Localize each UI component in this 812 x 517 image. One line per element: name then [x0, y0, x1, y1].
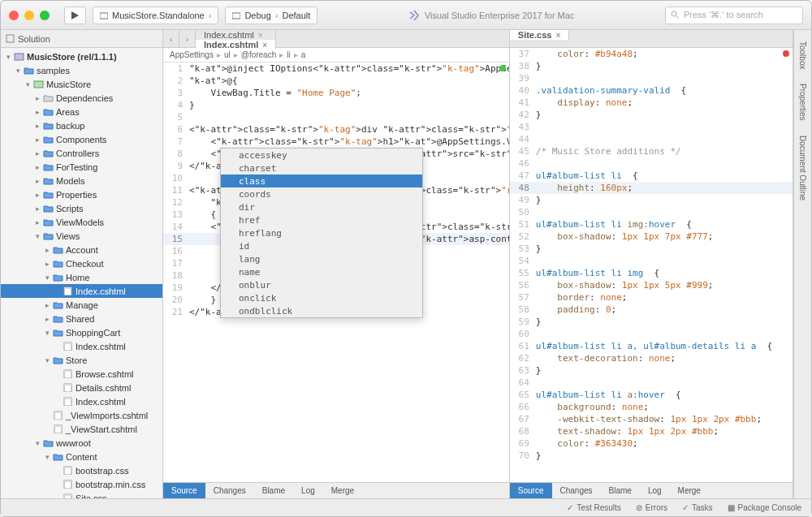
folder-icon: [52, 314, 63, 324]
tree-item[interactable]: ▸Controllers: [1, 146, 162, 160]
autocomplete-item[interactable]: id: [221, 239, 422, 252]
tree-item[interactable]: ▸Models: [1, 174, 162, 187]
editor-mode-tab[interactable]: Blame: [601, 483, 640, 498]
folder-a-icon: [42, 93, 54, 103]
file-icon: [52, 424, 63, 434]
side-panel-tab[interactable]: Toolbox: [797, 35, 809, 75]
tree-item[interactable]: ▸Shared: [1, 312, 162, 325]
solution-tree[interactable]: ▾ MusicStore (rel/1.1.1) ▾samples▾MusicS…: [1, 48, 162, 498]
side-panel-tab[interactable]: Properties: [797, 77, 809, 127]
tree-item[interactable]: Index.cshtml: [1, 339, 162, 353]
tree-item[interactable]: Index.cshtml: [1, 284, 162, 298]
autocomplete-item[interactable]: onclick: [221, 291, 422, 304]
tree-item[interactable]: ▾Views: [1, 229, 162, 243]
tasks-button[interactable]: ✓ Tasks: [682, 503, 713, 512]
autocomplete-item[interactable]: onblur: [221, 278, 422, 291]
tree-item[interactable]: ▾Content: [1, 450, 162, 463]
autocomplete-item[interactable]: coords: [221, 187, 422, 200]
svg-point-3: [672, 11, 676, 16]
zoom-window-icon[interactable]: [40, 11, 50, 20]
tree-item[interactable]: Index.cshtml: [1, 394, 162, 408]
tree-item[interactable]: ▸backup: [1, 118, 162, 132]
editor-mode-tab[interactable]: Merge: [670, 483, 709, 498]
editor-mode-tab[interactable]: Merge: [323, 483, 362, 498]
tree-item[interactable]: ▾Store: [1, 353, 162, 367]
autocomplete-item[interactable]: name: [221, 265, 422, 278]
code-editor-left[interactable]: 1"k-at">@inject IOptions<"k-attr">class=…: [163, 62, 509, 482]
editor-tab[interactable]: Site.css×: [510, 30, 569, 40]
package-console-button[interactable]: ▦ Package Console: [728, 503, 801, 512]
editor-mode-tab[interactable]: Changes: [552, 483, 601, 498]
tree-item[interactable]: ▸Checkout: [1, 256, 162, 270]
svg-rect-7: [34, 81, 43, 88]
config-selector[interactable]: Debug › Default: [225, 6, 317, 24]
breadcrumb-segment[interactable]: li: [287, 50, 290, 59]
editor-mode-tab[interactable]: Log: [640, 483, 670, 498]
tree-item[interactable]: ▸Dependencies: [1, 91, 162, 105]
folder-icon: [52, 328, 63, 338]
editor-mode-tab[interactable]: Log: [293, 483, 323, 498]
breadcrumb-segment[interactable]: AppSettings: [170, 50, 214, 59]
breadcrumb-segment[interactable]: @foreach: [241, 50, 277, 59]
tree-item[interactable]: ▸Areas: [1, 105, 162, 118]
autocomplete-item[interactable]: ondblclick: [221, 304, 422, 317]
editor-mode-tab[interactable]: Source: [510, 483, 552, 498]
tree-item[interactable]: bootstrap.css: [1, 463, 162, 477]
folder-icon: [52, 452, 63, 462]
global-search-input[interactable]: Press '⌘.' to search: [665, 6, 803, 24]
breadcrumb-segment[interactable]: a: [301, 50, 306, 59]
file-icon: [62, 383, 73, 393]
autocomplete-item[interactable]: dir: [221, 200, 422, 213]
autocomplete-popup[interactable]: accesskeycharsetclasscoordsdirhrefhrefla…: [220, 148, 423, 318]
autocomplete-item[interactable]: class: [221, 174, 422, 187]
side-panel-tab[interactable]: Document Outline: [797, 129, 809, 207]
tree-item[interactable]: bootstrap.min.css: [1, 477, 162, 491]
run-button[interactable]: [64, 6, 86, 24]
solution-pane-header[interactable]: Solution: [1, 30, 162, 48]
tree-item[interactable]: ▸Properties: [1, 187, 162, 201]
tree-item-label: Dependencies: [56, 93, 113, 103]
tree-item[interactable]: ▾samples: [1, 63, 162, 77]
tree-item[interactable]: ▸Components: [1, 132, 162, 146]
tree-item[interactable]: _ViewStart.cshtml: [1, 422, 162, 436]
close-tab-icon[interactable]: ×: [555, 31, 560, 40]
editor-mode-tab[interactable]: Blame: [254, 483, 293, 498]
nav-fwd-button[interactable]: ›: [179, 30, 196, 47]
errors-button[interactable]: ⊘ Errors: [636, 503, 667, 512]
solution-icon: [6, 34, 15, 43]
editor-mode-tab[interactable]: Changes: [205, 483, 254, 498]
editor-mode-tab[interactable]: Source: [163, 483, 205, 498]
tree-item[interactable]: Site.css: [1, 491, 162, 498]
autocomplete-item[interactable]: accesskey: [221, 149, 422, 162]
tree-item[interactable]: ▾Home: [1, 270, 162, 284]
project-selector[interactable]: MusicStore.Standalone ›: [93, 6, 218, 24]
test-results-button[interactable]: ✓ Test Results: [567, 503, 620, 512]
close-tab-icon[interactable]: ×: [258, 31, 263, 40]
tree-item[interactable]: ▸ViewModels: [1, 215, 162, 229]
breadcrumb-segment[interactable]: ul: [224, 50, 231, 59]
editor-tab[interactable]: Index.cshtml×: [196, 30, 276, 40]
breadcrumb-left[interactable]: AppSettings▸ul▸@foreach▸li▸a: [163, 48, 509, 62]
code-editor-right[interactable]: 37 color: #b94a48;38}3940.validation-sum…: [510, 48, 793, 482]
nav-back-button[interactable]: ‹: [163, 30, 179, 47]
tree-item[interactable]: ▸Manage: [1, 298, 162, 312]
autocomplete-item[interactable]: hreflang: [221, 226, 422, 239]
autocomplete-item[interactable]: lang: [221, 252, 422, 265]
close-window-icon[interactable]: [9, 11, 19, 20]
autocomplete-item[interactable]: charset: [221, 162, 422, 174]
tree-item-label: Checkout: [66, 259, 103, 269]
tree-item[interactable]: ▸Account: [1, 243, 162, 256]
tree-item[interactable]: ▸ForTesting: [1, 160, 162, 174]
tree-item-label: Details.cshtml: [76, 383, 131, 393]
tree-item[interactable]: Details.cshtml: [1, 381, 162, 394]
folder-icon: [52, 273, 63, 282]
tree-root[interactable]: ▾ MusicStore (rel/1.1.1): [1, 50, 162, 63]
minimize-window-icon[interactable]: [24, 11, 34, 20]
tree-item[interactable]: _ViewImports.cshtml: [1, 408, 162, 422]
tree-item[interactable]: ▾ShoppingCart: [1, 325, 162, 339]
tree-item[interactable]: Browse.cshtml: [1, 367, 162, 381]
tree-item[interactable]: ▾wwwroot: [1, 436, 162, 450]
autocomplete-item[interactable]: href: [221, 213, 422, 226]
tree-item[interactable]: ▸Scripts: [1, 201, 162, 215]
tree-item[interactable]: ▾MusicStore: [1, 77, 162, 91]
